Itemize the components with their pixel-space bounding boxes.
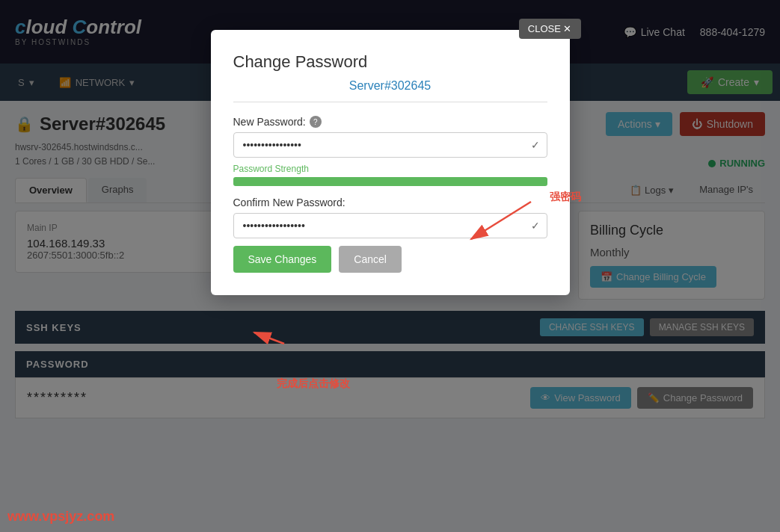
change-password-modal: CLOSE ✕ Change Password Server#302645 Ne… <box>211 30 570 295</box>
check-icon: ✓ <box>531 139 540 151</box>
new-password-label: New Password: ? <box>233 116 547 128</box>
new-password-field-wrap: ✓ <box>233 132 547 158</box>
help-icon[interactable]: ? <box>310 116 322 128</box>
save-changes-button[interactable]: Save Changes <box>233 246 332 273</box>
modal-close-button[interactable]: CLOSE ✕ <box>519 19 581 39</box>
watermark: www.vpsjyz.com <box>7 509 114 525</box>
cancel-button[interactable]: Cancel <box>339 246 402 273</box>
confirm-password-input[interactable] <box>233 213 547 238</box>
modal-title: Change Password <box>233 52 547 72</box>
confirm-password-field-wrap: ✓ <box>233 213 547 238</box>
strength-label: Password Strength <box>233 164 547 174</box>
confirm-password-label: Confirm New Password: <box>233 197 547 208</box>
modal-buttons: Save Changes Cancel <box>233 246 547 273</box>
new-password-input[interactable] <box>233 132 547 158</box>
modal-overlay: CLOSE ✕ Change Password Server#302645 Ne… <box>0 0 780 532</box>
modal-subtitle: Server#302645 <box>233 79 547 102</box>
strength-bar <box>233 177 547 186</box>
check-icon-2: ✓ <box>531 220 540 232</box>
